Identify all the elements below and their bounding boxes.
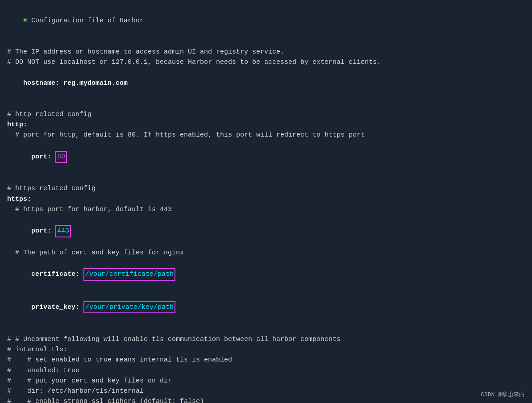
private-key-value: /your/private/key/path (83, 301, 175, 313)
hostname-value: reg.mydomain.com (59, 79, 128, 87)
line-1-text: Configuration file of Harbor (27, 17, 144, 25)
line-https-port-comment: # https port for harbor, default is 443 (7, 204, 525, 215)
line-port-comment: # port for http, default is 80. If https… (7, 130, 525, 140)
line-certificate: certificate: /your/certificate/path (7, 258, 525, 291)
empty-line-3 (7, 173, 525, 183)
http-port-value: 80 (55, 151, 67, 163)
line-https-comment: # https related config (7, 183, 525, 194)
watermark: CSDN @寒山李白 (481, 391, 525, 399)
line-1: # Configuration file of Harbor (7, 5, 525, 37)
line-internal-tls-comment-7: # # enable strong ssl ciphers (default: … (7, 396, 525, 403)
https-port-value: 443 (55, 225, 71, 237)
http-port-key: port: (23, 153, 55, 161)
empty-line-1 (7, 37, 525, 47)
line-http-comment: # http related config (7, 109, 525, 120)
line-internal-tls-comment-1: # # Uncomment following will enable tls … (7, 334, 525, 345)
empty-line-2 (7, 99, 525, 109)
line-cert-comment: # The path of cert and key files for ngi… (7, 248, 525, 258)
line-http-port: port: 80 (7, 140, 525, 173)
line-private-key: private_key: /your/private/key/path (7, 291, 525, 324)
terminal-window: # Configuration file of Harbor # The IP … (0, 0, 532, 403)
line-hostname: hostname: reg.mydomain.com (7, 68, 525, 99)
line-internal-tls-comment-3: # # set enabled to true means internal t… (7, 355, 525, 365)
https-port-key: port: (23, 227, 55, 235)
hostname-key: hostname: (23, 79, 59, 87)
https-key: https: (7, 195, 31, 203)
line-http: http: (7, 120, 525, 130)
certificate-key: certificate: (23, 270, 83, 278)
line-internal-tls-comment-4: # enabled: true (7, 366, 525, 376)
hash-icon: # (23, 17, 27, 25)
line-https: https: (7, 194, 525, 204)
line-3: # DO NOT use localhost or 127.0.0.1, bec… (7, 57, 525, 67)
private-key-key: private_key: (23, 303, 83, 311)
empty-line-4 (7, 324, 525, 334)
line-internal-tls-comment-2: # internal_tls: (7, 345, 525, 355)
http-key: http: (7, 121, 27, 129)
line-https-port: port: 443 (7, 215, 525, 248)
line-internal-tls-comment-5: # # put your cert and key files on dir (7, 376, 525, 386)
certificate-value: /your/certificate/path (83, 268, 175, 280)
line-internal-tls-comment-6: # dir: /etc/harbor/tls/internal (7, 386, 525, 396)
line-2: # The IP address or hostname to access a… (7, 47, 525, 57)
